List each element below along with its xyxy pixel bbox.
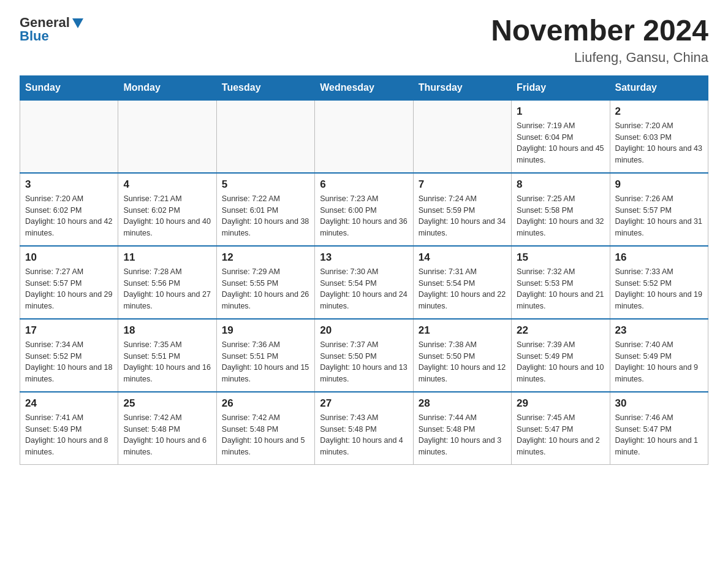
calendar-cell: 13Sunrise: 7:30 AMSunset: 5:54 PMDayligh…: [315, 246, 413, 319]
day-number: 8: [517, 178, 604, 191]
calendar-cell: 9Sunrise: 7:26 AMSunset: 5:57 PMDaylight…: [610, 173, 708, 246]
calendar-cell: 7Sunrise: 7:24 AMSunset: 5:59 PMDaylight…: [413, 173, 511, 246]
logo: General Blue: [20, 15, 85, 44]
day-info: Sunrise: 7:44 AMSunset: 5:48 PMDaylight:…: [419, 412, 506, 458]
calendar-cell: [20, 100, 118, 173]
header: General Blue November 2024 Liufeng, Gans…: [20, 15, 708, 66]
day-info: Sunrise: 7:34 AMSunset: 5:52 PMDaylight:…: [25, 339, 113, 385]
day-number: 15: [517, 251, 604, 264]
title-area: November 2024 Liufeng, Gansu, China: [491, 15, 708, 66]
calendar-cell: 11Sunrise: 7:28 AMSunset: 5:56 PMDayligh…: [118, 246, 216, 319]
day-number: 18: [123, 324, 211, 337]
day-number: 1: [517, 105, 604, 118]
calendar-cell: 22Sunrise: 7:39 AMSunset: 5:49 PMDayligh…: [512, 319, 610, 392]
calendar-cell: 10Sunrise: 7:27 AMSunset: 5:57 PMDayligh…: [20, 246, 118, 319]
weekday-header-saturday: Saturday: [610, 75, 708, 100]
calendar-cell: 6Sunrise: 7:23 AMSunset: 6:00 PMDaylight…: [315, 173, 413, 246]
day-info: Sunrise: 7:35 AMSunset: 5:51 PMDaylight:…: [123, 339, 211, 385]
day-number: 21: [419, 324, 506, 337]
day-number: 27: [320, 397, 408, 410]
calendar-cell: [118, 100, 216, 173]
day-info: Sunrise: 7:19 AMSunset: 6:04 PMDaylight:…: [517, 120, 604, 166]
location-title: Liufeng, Gansu, China: [491, 50, 708, 66]
calendar-cell: 2Sunrise: 7:20 AMSunset: 6:03 PMDaylight…: [610, 100, 708, 173]
calendar-cell: 14Sunrise: 7:31 AMSunset: 5:54 PMDayligh…: [413, 246, 511, 319]
calendar-cell: 20Sunrise: 7:37 AMSunset: 5:50 PMDayligh…: [315, 319, 413, 392]
week-row-1: 1Sunrise: 7:19 AMSunset: 6:04 PMDaylight…: [20, 100, 708, 173]
day-number: 5: [222, 178, 309, 191]
day-number: 26: [222, 397, 309, 410]
week-row-5: 24Sunrise: 7:41 AMSunset: 5:49 PMDayligh…: [20, 392, 708, 465]
week-row-3: 10Sunrise: 7:27 AMSunset: 5:57 PMDayligh…: [20, 246, 708, 319]
calendar-cell: 17Sunrise: 7:34 AMSunset: 5:52 PMDayligh…: [20, 319, 118, 392]
day-info: Sunrise: 7:20 AMSunset: 6:02 PMDaylight:…: [25, 193, 113, 239]
month-title: November 2024: [491, 15, 708, 47]
day-number: 17: [25, 324, 113, 337]
day-info: Sunrise: 7:33 AMSunset: 5:52 PMDaylight:…: [615, 266, 703, 312]
weekday-header-monday: Monday: [118, 75, 216, 100]
logo-blue: Blue: [20, 28, 49, 44]
day-number: 14: [419, 251, 506, 264]
calendar-cell: 25Sunrise: 7:42 AMSunset: 5:48 PMDayligh…: [118, 392, 216, 465]
day-number: 6: [320, 178, 408, 191]
day-info: Sunrise: 7:38 AMSunset: 5:50 PMDaylight:…: [419, 339, 506, 385]
day-info: Sunrise: 7:39 AMSunset: 5:49 PMDaylight:…: [517, 339, 604, 385]
calendar-table: SundayMondayTuesdayWednesdayThursdayFrid…: [20, 75, 708, 465]
day-number: 13: [320, 251, 408, 264]
day-info: Sunrise: 7:27 AMSunset: 5:57 PMDaylight:…: [25, 266, 113, 312]
day-number: 10: [25, 251, 113, 264]
day-info: Sunrise: 7:32 AMSunset: 5:53 PMDaylight:…: [517, 266, 604, 312]
day-info: Sunrise: 7:29 AMSunset: 5:55 PMDaylight:…: [222, 266, 309, 312]
day-number: 29: [517, 397, 604, 410]
week-row-2: 3Sunrise: 7:20 AMSunset: 6:02 PMDaylight…: [20, 173, 708, 246]
day-info: Sunrise: 7:40 AMSunset: 5:49 PMDaylight:…: [615, 339, 703, 385]
day-number: 4: [123, 178, 211, 191]
day-number: 23: [615, 324, 703, 337]
calendar-cell: 19Sunrise: 7:36 AMSunset: 5:51 PMDayligh…: [216, 319, 314, 392]
day-info: Sunrise: 7:42 AMSunset: 5:48 PMDaylight:…: [123, 412, 211, 458]
day-number: 2: [615, 105, 703, 118]
day-number: 11: [123, 251, 211, 264]
day-info: Sunrise: 7:21 AMSunset: 6:02 PMDaylight:…: [123, 193, 211, 239]
day-number: 28: [419, 397, 506, 410]
weekday-header-sunday: Sunday: [20, 75, 118, 100]
day-info: Sunrise: 7:36 AMSunset: 5:51 PMDaylight:…: [222, 339, 309, 385]
calendar-cell: [413, 100, 511, 173]
calendar-cell: 23Sunrise: 7:40 AMSunset: 5:49 PMDayligh…: [610, 319, 708, 392]
calendar-cell: 18Sunrise: 7:35 AMSunset: 5:51 PMDayligh…: [118, 319, 216, 392]
day-number: 12: [222, 251, 309, 264]
day-info: Sunrise: 7:25 AMSunset: 5:58 PMDaylight:…: [517, 193, 604, 239]
calendar-cell: 29Sunrise: 7:45 AMSunset: 5:47 PMDayligh…: [512, 392, 610, 465]
day-info: Sunrise: 7:42 AMSunset: 5:48 PMDaylight:…: [222, 412, 309, 458]
calendar-cell: 16Sunrise: 7:33 AMSunset: 5:52 PMDayligh…: [610, 246, 708, 319]
day-info: Sunrise: 7:23 AMSunset: 6:00 PMDaylight:…: [320, 193, 408, 239]
calendar-cell: 12Sunrise: 7:29 AMSunset: 5:55 PMDayligh…: [216, 246, 314, 319]
day-info: Sunrise: 7:41 AMSunset: 5:49 PMDaylight:…: [25, 412, 113, 458]
day-info: Sunrise: 7:31 AMSunset: 5:54 PMDaylight:…: [419, 266, 506, 312]
day-number: 9: [615, 178, 703, 191]
svg-marker-0: [72, 18, 83, 28]
day-number: 19: [222, 324, 309, 337]
calendar-cell: 21Sunrise: 7:38 AMSunset: 5:50 PMDayligh…: [413, 319, 511, 392]
day-number: 22: [517, 324, 604, 337]
day-number: 25: [123, 397, 211, 410]
day-number: 7: [419, 178, 506, 191]
day-info: Sunrise: 7:26 AMSunset: 5:57 PMDaylight:…: [615, 193, 703, 239]
logo-triangle-icon: [71, 16, 85, 29]
day-info: Sunrise: 7:43 AMSunset: 5:48 PMDaylight:…: [320, 412, 408, 458]
calendar-cell: [315, 100, 413, 173]
week-row-4: 17Sunrise: 7:34 AMSunset: 5:52 PMDayligh…: [20, 319, 708, 392]
calendar-cell: 26Sunrise: 7:42 AMSunset: 5:48 PMDayligh…: [216, 392, 314, 465]
day-info: Sunrise: 7:28 AMSunset: 5:56 PMDaylight:…: [123, 266, 211, 312]
day-info: Sunrise: 7:30 AMSunset: 5:54 PMDaylight:…: [320, 266, 408, 312]
day-info: Sunrise: 7:22 AMSunset: 6:01 PMDaylight:…: [222, 193, 309, 239]
day-info: Sunrise: 7:46 AMSunset: 5:47 PMDaylight:…: [615, 412, 703, 458]
weekday-header-thursday: Thursday: [413, 75, 511, 100]
calendar-cell: 1Sunrise: 7:19 AMSunset: 6:04 PMDaylight…: [512, 100, 610, 173]
weekday-header-wednesday: Wednesday: [315, 75, 413, 100]
day-info: Sunrise: 7:20 AMSunset: 6:03 PMDaylight:…: [615, 120, 703, 166]
day-info: Sunrise: 7:37 AMSunset: 5:50 PMDaylight:…: [320, 339, 408, 385]
day-number: 30: [615, 397, 703, 410]
day-number: 20: [320, 324, 408, 337]
day-number: 16: [615, 251, 703, 264]
